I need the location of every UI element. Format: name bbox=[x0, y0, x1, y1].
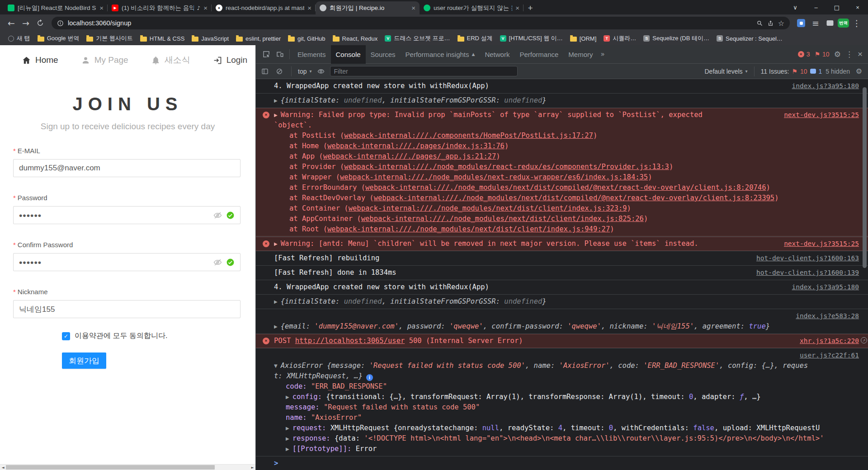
source-link[interactable]: hot-dev-client.js?1600:163 bbox=[756, 253, 859, 263]
expand-caret-icon[interactable]: ▶ bbox=[286, 392, 289, 402]
expand-caret-icon[interactable]: ▶ bbox=[286, 444, 289, 454]
source-link[interactable]: xhr.js?1a5c:220 bbox=[800, 336, 859, 346]
devtools-tab-sources[interactable]: Sources bbox=[366, 45, 401, 64]
console-link[interactable]: webpack-internal:///./node_modules/next/… bbox=[374, 194, 775, 202]
inspect-element-icon[interactable] bbox=[259, 47, 273, 61]
email-field[interactable] bbox=[13, 159, 241, 177]
devtools-tab-performance-insights[interactable]: Performance insights▲ bbox=[401, 45, 480, 64]
info-icon[interactable]: i bbox=[366, 374, 373, 381]
devtools-kebab-icon[interactable]: ⋮ bbox=[845, 50, 853, 59]
browser-tab[interactable]: user router가 실행되지 않는 문제× bbox=[420, 1, 524, 14]
bookmark-item[interactable]: HTML & CSS bbox=[137, 34, 189, 43]
settings-gear-icon[interactable]: ⚙ bbox=[834, 50, 841, 59]
bookmark-item[interactable]: [ORM] bbox=[566, 34, 600, 43]
confirm-password-field[interactable]: •••••• bbox=[13, 253, 241, 271]
console-settings-gear-icon[interactable]: ⚙ bbox=[854, 66, 864, 77]
scroll-right-arrow[interactable]: ► bbox=[250, 465, 255, 470]
bookmark-item[interactable]: JavaScript bbox=[188, 34, 232, 43]
console-error-count[interactable]: ×3 bbox=[798, 51, 810, 58]
site-info-icon[interactable] bbox=[57, 20, 64, 27]
bookmark-item[interactable]: eslint, prettier bbox=[232, 34, 284, 43]
bookmark-star-icon[interactable]: ☆ bbox=[778, 19, 784, 28]
minimize-button[interactable]: – bbox=[806, 0, 826, 14]
source-link[interactable]: index.js?3a95:180 bbox=[792, 81, 859, 91]
nav-item-my-page[interactable]: My Page bbox=[81, 55, 128, 65]
expand-caret-icon[interactable]: ▶ bbox=[274, 95, 278, 106]
source-link[interactable]: hot-dev-client.js?1600:139 bbox=[756, 268, 859, 278]
new-tab-button[interactable]: + bbox=[524, 1, 537, 14]
bookmark-item[interactable]: V드래스 오브젯 프로… bbox=[381, 33, 453, 44]
reading-list-icon[interactable]: ≡ bbox=[809, 16, 822, 30]
tab-close-icon[interactable]: × bbox=[307, 5, 311, 11]
scroll-left-arrow[interactable]: ◄ bbox=[0, 465, 6, 470]
expand-caret-icon[interactable]: ▶ bbox=[274, 321, 278, 332]
devtools-tab-elements[interactable]: Elements bbox=[292, 45, 331, 64]
nav-item-home[interactable]: Home bbox=[22, 55, 58, 65]
console-link[interactable]: webpack-internal:///./pages/_app.js:21:2… bbox=[323, 152, 496, 160]
bookmark-item[interactable]: git, GitHub bbox=[284, 34, 329, 43]
devtools-tab-network[interactable]: Network bbox=[480, 45, 514, 64]
source-link[interactable]: next-dev.js?3515:25 bbox=[784, 239, 859, 249]
bookmark-item[interactable]: SSequelize (DB 테이… bbox=[640, 33, 713, 44]
password-field[interactable]: •••••• bbox=[13, 206, 241, 224]
tab-search-icon[interactable]: ∨ bbox=[785, 0, 806, 14]
console-link[interactable]: webpack-internal:///./node_modules/next/… bbox=[349, 204, 627, 212]
tab-close-icon[interactable]: × bbox=[99, 5, 104, 11]
expand-caret-icon[interactable]: ▶ bbox=[286, 433, 289, 444]
live-expression-eye-icon[interactable] bbox=[316, 66, 326, 77]
bookmark-item[interactable]: Google 번역 bbox=[34, 33, 83, 44]
nav-item-login[interactable]: Login bbox=[213, 55, 248, 65]
expand-caret-icon[interactable]: ▶ bbox=[274, 110, 278, 120]
close-button[interactable]: × bbox=[847, 0, 868, 14]
browser-tab[interactable]: ▶(1) 비소리와 함께하는 음악♪× bbox=[108, 1, 212, 14]
tab-close-icon[interactable]: × bbox=[203, 5, 208, 11]
tab-audio-icon[interactable]: ♪ bbox=[197, 5, 201, 11]
console-link[interactable]: webpack-internal:///./node_modules/react… bbox=[344, 163, 669, 171]
tab-close-icon[interactable]: × bbox=[411, 5, 415, 11]
issues-count[interactable]: ⚑10 bbox=[815, 51, 830, 58]
profile-avatar[interactable]: 번역 bbox=[838, 19, 849, 28]
menu-kebab-icon[interactable]: ⋮ bbox=[850, 16, 863, 30]
devtools-close-icon[interactable]: × bbox=[858, 49, 863, 59]
bookmark-item[interactable]: T시퀄라… bbox=[600, 33, 640, 44]
url-text[interactable]: localhost:3060/signup bbox=[68, 19, 752, 27]
eye-invisible-icon[interactable] bbox=[213, 258, 222, 267]
bookmark-item[interactable]: 새 탭 bbox=[5, 33, 34, 44]
tab-close-icon[interactable]: × bbox=[515, 5, 519, 11]
issues-counter[interactable]: 11 Issues: ⚑ 10 1 bbox=[761, 68, 822, 75]
browser-tab[interactable]: [리뉴얼] React로 NodeBird SNS× bbox=[4, 1, 108, 14]
devtools-tab-console[interactable]: Console bbox=[331, 45, 366, 64]
bookmark-item[interactable]: ERD 설계 bbox=[454, 33, 496, 44]
console-link[interactable]: webpack-internal:///./pages/index.js:31:… bbox=[327, 142, 505, 150]
address-bar[interactable]: localhost:3060/signup ☆ bbox=[52, 17, 790, 29]
clear-console-icon[interactable] bbox=[274, 66, 285, 77]
browser-tab[interactable]: ●react-nodebird/app.js at master× bbox=[212, 1, 316, 14]
device-toolbar-icon[interactable] bbox=[273, 47, 287, 61]
console-link[interactable]: webpack-internal:///./node_modules/next/… bbox=[365, 183, 766, 192]
nav-item-news[interactable]: 새소식 bbox=[151, 54, 190, 66]
expand-caret-icon[interactable]: ▶ bbox=[286, 423, 289, 433]
source-link[interactable]: next-dev.js?3515:25 bbox=[784, 110, 859, 120]
more-tabs-icon[interactable]: » bbox=[598, 50, 608, 58]
browser-tab[interactable]: 회원가입 | Recipe.io× bbox=[316, 1, 420, 14]
source-link[interactable]: index.js?3a95:180 bbox=[792, 282, 859, 292]
maximize-button[interactable]: □ bbox=[826, 0, 847, 14]
side-panel-icon[interactable] bbox=[823, 16, 837, 30]
signup-submit-button[interactable]: 회원가입 bbox=[62, 352, 106, 369]
bookmark-item[interactable]: 기본 웹사이트 bbox=[83, 33, 137, 44]
bookmark-item[interactable]: React, Redux bbox=[329, 34, 382, 43]
expand-caret-icon[interactable]: ▶ bbox=[274, 296, 278, 307]
extension-icon[interactable] bbox=[794, 16, 808, 30]
log-levels-selector[interactable]: Default levels▾ bbox=[705, 68, 748, 75]
scrollbar-thumb[interactable] bbox=[6, 465, 215, 470]
source-link[interactable]: index.js?e583:28 bbox=[796, 311, 859, 321]
share-icon[interactable] bbox=[767, 20, 774, 27]
console-link[interactable]: webpack-internal:///./node_modules/next/… bbox=[361, 215, 644, 223]
console-link[interactable]: webpack-internal:///./node_modules/next-… bbox=[340, 173, 648, 181]
back-icon[interactable]: ← bbox=[5, 16, 18, 30]
console-filter-input[interactable] bbox=[330, 66, 518, 76]
console-link[interactable]: webpack-internal:///./components/HomePos… bbox=[344, 132, 593, 140]
context-selector[interactable]: top▾ bbox=[298, 68, 312, 75]
source-link[interactable]: user.js?c22f:61 bbox=[800, 350, 859, 361]
devtools-tab-memory[interactable]: Memory bbox=[563, 45, 598, 64]
